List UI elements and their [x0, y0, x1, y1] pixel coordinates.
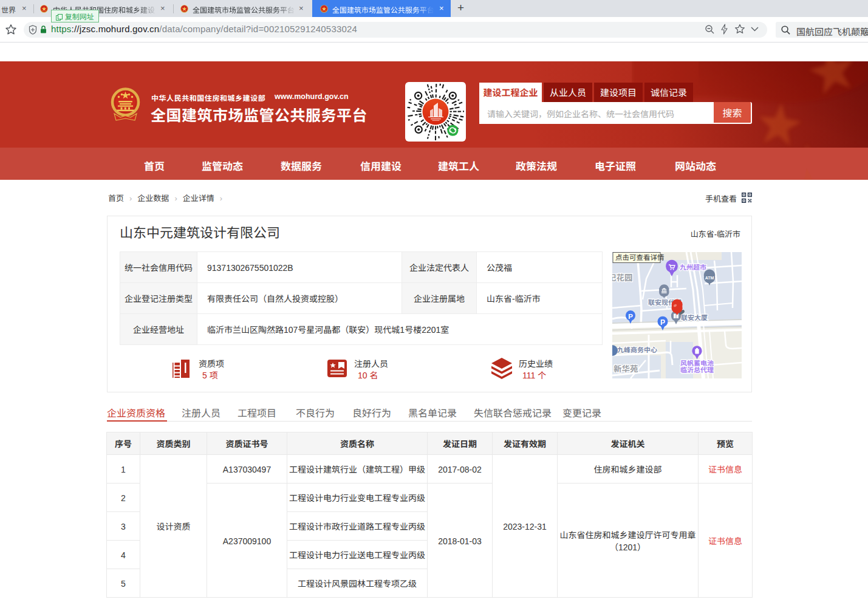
- svg-text:九州超市: 九州超市: [680, 262, 706, 272]
- svg-text:点击可查看详情: 点击可查看详情: [615, 252, 665, 262]
- svg-text:记花园: 记花园: [612, 271, 633, 283]
- svg-text:临沂总代理: 临沂总代理: [680, 364, 714, 374]
- svg-text:九峰商务中心: 九峰商务中心: [617, 344, 657, 354]
- svg-text:P: P: [628, 313, 633, 320]
- svg-text:新华苑: 新华苑: [613, 362, 638, 374]
- svg-text:ATM: ATM: [705, 276, 714, 280]
- svg-text:联安大厦: 联安大厦: [681, 312, 708, 322]
- svg-text:P: P: [660, 318, 665, 327]
